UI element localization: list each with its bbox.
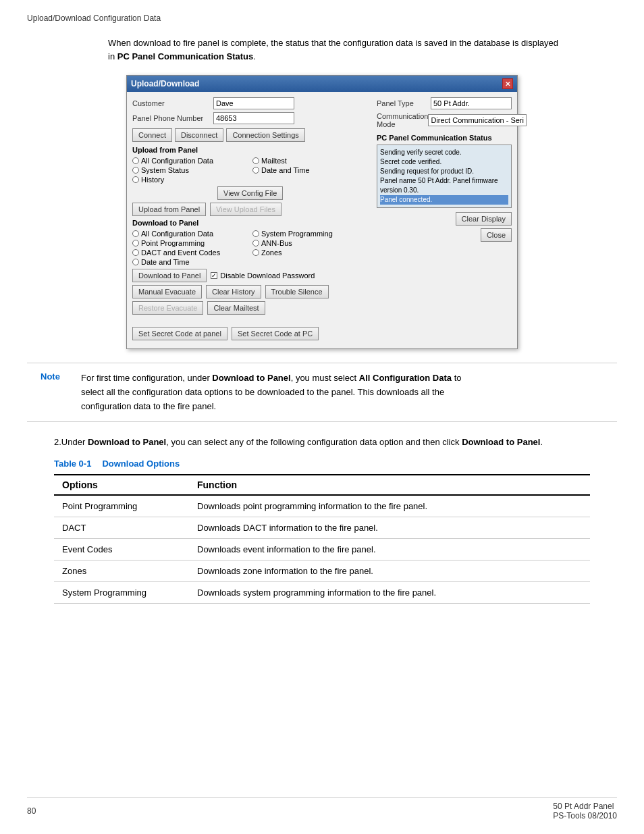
view-config-row: View Config File: [132, 186, 371, 200]
footer-product-date: 50 Pt Addr Panel PS-Tools 08/2010: [553, 802, 617, 820]
upload-option-mailtest[interactable]: Mailtest: [252, 157, 371, 165]
download-radio-system-programming[interactable]: [252, 230, 259, 237]
download-radio-ann-bus[interactable]: [252, 240, 259, 246]
dialog-title: Upload/Download: [131, 79, 199, 88]
download-radio-dact[interactable]: [132, 249, 139, 256]
table-cell-function: Downloads event information to the fire …: [189, 538, 590, 560]
download-radio-all-config[interactable]: [132, 230, 139, 237]
upload-label-date-time: Date and Time: [261, 166, 310, 174]
dialog-right-panel: Panel Type Communication Mode PC Panel C…: [377, 97, 512, 343]
download-option-zones[interactable]: Zones: [252, 249, 371, 257]
upload-label-all-config: All Configuration Data: [141, 157, 213, 165]
upload-radio-date-time[interactable]: [252, 167, 259, 174]
upload-label-mailtest: Mailtest: [261, 157, 287, 165]
status-line-5: Panel connected.: [380, 195, 508, 205]
footer-page-number: 80: [27, 806, 36, 816]
set-secret-pc-button[interactable]: Set Secret Code at PC: [232, 327, 319, 340]
table-cell-function: Downloads DACT information to the fire p…: [189, 517, 590, 538]
dialog-close-button[interactable]: ✕: [502, 78, 513, 89]
note-box: Note For first time configuration, under…: [27, 363, 617, 422]
table-cell-option: Point Programming: [54, 495, 189, 517]
table-title-label: Table 0-1: [54, 459, 91, 469]
table-row: Event Codes Downloads event information …: [54, 538, 590, 560]
download-label-all-config: All Configuration Data: [141, 230, 213, 238]
disable-password-row: ✓ Disable Download Password: [211, 271, 315, 280]
upload-radio-mailtest[interactable]: [252, 157, 259, 164]
upload-radio-all-config[interactable]: [132, 157, 139, 164]
close-button[interactable]: Close: [481, 228, 512, 242]
table-cell-option: Event Codes: [54, 538, 189, 560]
comm-mode-input[interactable]: [428, 114, 527, 126]
set-secret-panel-button[interactable]: Set Secret Code at panel: [132, 327, 227, 340]
table-row: DACT Downloads DACT information to the f…: [54, 517, 590, 538]
trouble-silence-button[interactable]: Trouble Silence: [265, 285, 329, 298]
page-footer: 80 50 Pt Addr Panel PS-Tools 08/2010: [27, 797, 617, 820]
disconnect-button[interactable]: Disconnect: [175, 128, 223, 142]
download-action-row: Download to Panel ✓ Disable Download Pas…: [132, 269, 371, 282]
panel-type-input[interactable]: [431, 97, 512, 109]
connect-buttons-row: Connect Disconnect Connection Settings: [132, 128, 371, 142]
upload-option-date-time[interactable]: Date and Time: [252, 166, 371, 174]
upload-option-history[interactable]: History: [132, 176, 251, 184]
download-option-all-config[interactable]: All Configuration Data: [132, 230, 251, 238]
clear-history-button[interactable]: Clear History: [206, 285, 261, 298]
dialog-left-panel: Customer Panel Phone Number Connect Disc…: [132, 97, 371, 343]
view-upload-files-button[interactable]: View Upload Files: [210, 203, 281, 216]
page: Upload/Download Configuration Data When …: [0, 0, 644, 834]
download-radio-zones[interactable]: [252, 249, 259, 256]
note-content: For first time configuration, under Down…: [81, 371, 473, 413]
dialog-titlebar: Upload/Download ✕: [127, 76, 517, 92]
upload-radio-system-status[interactable]: [132, 167, 139, 174]
comm-mode-row: Communication Mode: [377, 112, 512, 128]
download-label-dact: DACT and Event Codes: [141, 249, 220, 257]
intro-bold-text: PC Panel Communication Status: [117, 51, 254, 61]
panel-phone-row: Panel Phone Number: [132, 112, 371, 124]
bottom-buttons-row2: Restore Evacuate Clear Mailtest: [132, 301, 371, 315]
download-label-ann-bus: ANN-Bus: [261, 239, 292, 247]
download-to-panel-button[interactable]: Download to Panel: [132, 269, 207, 282]
note-bold-download: Download to Panel: [212, 373, 290, 383]
upload-section-header: Upload from Panel: [132, 146, 371, 154]
status-section-header: PC Panel Communication Status: [377, 134, 512, 142]
upload-download-dialog: Upload/Download ✕ Customer Panel Phone N…: [126, 75, 518, 349]
status-panel: Sending verify secret code. Secret code …: [377, 145, 512, 208]
upload-option-all-config[interactable]: All Configuration Data: [132, 157, 251, 165]
download-label-point-programming: Point Programming: [141, 239, 205, 247]
upload-label-history: History: [141, 176, 164, 184]
table-cell-option: Zones: [54, 560, 189, 581]
table-section: Table 0-1 Download Options Options Funct…: [54, 459, 590, 604]
download-section-header: Download to Panel: [132, 219, 371, 227]
download-option-system-programming[interactable]: System Programming: [252, 230, 371, 238]
intro-paragraph: When download to fire panel is complete,…: [108, 36, 567, 63]
manual-evacuate-button[interactable]: Manual Evacuate: [132, 285, 202, 298]
upload-option-system-status[interactable]: System Status: [132, 166, 251, 174]
clear-mailtest-button[interactable]: Clear Mailtest: [207, 301, 265, 315]
upload-from-panel-button[interactable]: Upload from Panel: [132, 203, 206, 216]
download-option-point-programming[interactable]: Point Programming: [132, 239, 251, 247]
status-line-2: Secret code verified.: [380, 157, 508, 167]
download-radio-point-programming[interactable]: [132, 240, 139, 246]
table-cell-option: System Programming: [54, 581, 189, 603]
download-option-dact[interactable]: DACT and Event Codes: [132, 249, 251, 257]
disable-password-checkbox[interactable]: ✓: [211, 272, 217, 279]
table-row: System Programming Downloads system prog…: [54, 581, 590, 603]
table-cell-function: Downloads point programming information …: [189, 495, 590, 517]
upload-label-system-status: System Status: [141, 166, 189, 174]
upload-radio-history[interactable]: [132, 176, 139, 183]
customer-input[interactable]: [213, 97, 294, 109]
panel-phone-input[interactable]: [213, 112, 294, 124]
status-line-1: Sending verify secret code.: [380, 148, 508, 157]
panel-type-row: Panel Type: [377, 97, 512, 109]
download-radio-date-time[interactable]: [132, 259, 139, 265]
note-bold-all-config: All Configuration Data: [359, 373, 452, 383]
download-option-date-time[interactable]: Date and Time: [132, 258, 251, 266]
view-config-button[interactable]: View Config File: [217, 186, 283, 200]
status-line-3: Sending request for product ID.: [380, 167, 508, 176]
download-label-zones: Zones: [261, 249, 282, 257]
clear-display-button[interactable]: Clear Display: [456, 212, 512, 226]
connection-settings-button[interactable]: Connection Settings: [226, 128, 304, 142]
connect-button[interactable]: Connect: [132, 128, 172, 142]
download-option-ann-bus[interactable]: ANN-Bus: [252, 239, 371, 247]
restore-evacuate-button[interactable]: Restore Evacuate: [132, 301, 203, 315]
table-title-text: Download Options: [102, 459, 180, 469]
